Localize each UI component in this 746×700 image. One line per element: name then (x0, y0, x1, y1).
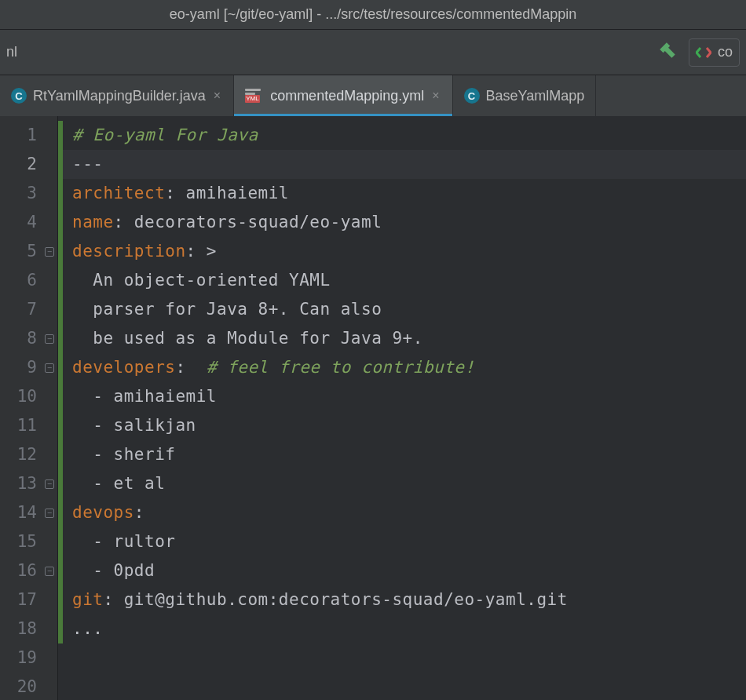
code-area[interactable]: # Eo-yaml For Java---architect: amihaiem… (58, 116, 746, 700)
code-token: - amihaiemil (72, 387, 217, 406)
code-token: : decorators-squad/eo-yaml (114, 213, 382, 232)
fold-toggle-icon[interactable]: − (45, 567, 54, 576)
fold-toggle-icon[interactable]: − (45, 334, 54, 344)
close-icon[interactable]: × (430, 89, 441, 103)
code-token: - rultor (72, 532, 175, 551)
code-token: : (134, 503, 144, 522)
code-line[interactable]: description: > (72, 237, 746, 266)
code-token: description (72, 242, 186, 261)
code-token: : > (186, 242, 217, 261)
code-line[interactable]: git: git@github.com:decorators-squad/eo-… (72, 585, 746, 614)
gutter-line-number[interactable]: 17 (0, 585, 57, 614)
code-token: An object-oriented YAML (72, 271, 331, 290)
gutter-line-number[interactable]: 5− (0, 237, 57, 266)
code-line[interactable]: An object-oriented YAML (72, 266, 746, 295)
code-line[interactable]: - salikjan (72, 411, 746, 440)
gutter-line-number[interactable]: 12 (0, 440, 57, 469)
code-line[interactable] (72, 643, 746, 673)
editor-tabs: CRtYamlMappingBuilder.java×YMLcommentedM… (0, 75, 746, 116)
tab-label: commentedMapping.yml (270, 88, 424, 104)
gutter-line-number[interactable]: 9− (0, 353, 57, 382)
build-button[interactable] (657, 40, 678, 64)
nav-bar: nl co (0, 30, 746, 75)
java-class-icon: C (11, 88, 27, 104)
gutter-line-number[interactable]: 6 (0, 266, 57, 295)
code-token: - 0pdd (72, 561, 155, 580)
gutter-line-number[interactable]: 10 (0, 382, 57, 411)
code-token: be used as a Module for Java 9+. (72, 329, 423, 348)
breadcrumb[interactable]: nl (6, 44, 17, 60)
code-line[interactable] (72, 673, 746, 700)
editor-gutter[interactable]: 12345−678−9−10111213−14−1516−1718192021 (0, 116, 58, 700)
gutter-line-number[interactable]: 7 (0, 295, 57, 324)
run-config-label: co (718, 44, 733, 60)
run-config-dropdown[interactable]: co (689, 38, 740, 67)
window-title: eo-yaml [~/git/eo-yaml] - .../src/test/r… (170, 6, 577, 23)
code-token: - sherif (72, 445, 175, 464)
yml-file-icon: YML (245, 89, 264, 103)
code-token: --- (72, 155, 103, 173)
vcs-change-marker (58, 121, 63, 643)
code-line[interactable]: - rultor (72, 527, 746, 556)
close-icon[interactable]: × (212, 89, 222, 103)
fold-toggle-icon[interactable]: − (45, 247, 54, 257)
fold-toggle-icon[interactable]: − (45, 509, 54, 518)
code-token: # feel free to contribute! (207, 358, 475, 377)
fold-toggle-icon[interactable]: − (45, 363, 54, 373)
gutter-line-number[interactable]: 15 (0, 527, 57, 556)
arrows-icon (696, 45, 711, 60)
code-token: : amihaiemil (165, 184, 289, 202)
code-line[interactable]: - sherif (72, 440, 746, 469)
gutter-line-number[interactable]: 16− (0, 556, 57, 585)
gutter-line-number[interactable]: 3 (0, 179, 57, 208)
gutter-line-number[interactable]: 19 (0, 643, 57, 673)
code-line[interactable]: - 0pdd (72, 556, 746, 585)
code-token: name (72, 213, 114, 232)
code-line[interactable]: developers: # feel free to contribute! (72, 353, 746, 382)
gutter-line-number[interactable]: 14− (0, 498, 57, 527)
gutter-line-number[interactable]: 4 (0, 208, 57, 237)
code-token: # Eo-yaml For Java (72, 126, 258, 144)
editor-tab[interactable]: CRtYamlMappingBuilder.java× (0, 75, 234, 116)
code-token: : git@github.com:decorators-squad/eo-yam… (103, 590, 567, 609)
gutter-line-number[interactable]: 18 (0, 614, 57, 643)
code-token: : (175, 358, 206, 377)
gutter-line-number[interactable]: 8− (0, 324, 57, 353)
code-token: architect (72, 184, 165, 202)
gutter-line-number[interactable]: 2 (0, 150, 57, 179)
code-content[interactable]: # Eo-yaml For Java---architect: amihaiem… (72, 121, 746, 700)
code-token: - salikjan (72, 416, 196, 435)
code-line[interactable]: ... (72, 614, 746, 643)
code-token: git (72, 590, 103, 609)
tab-label: RtYamlMappingBuilder.java (33, 88, 206, 104)
editor-tab[interactable]: YMLcommentedMapping.yml× (234, 75, 452, 116)
toolbar-right: co (657, 38, 740, 67)
gutter-line-number[interactable]: 13− (0, 469, 57, 498)
java-class-icon: C (464, 88, 480, 104)
code-token: devops (72, 503, 134, 522)
code-line[interactable]: devops: (72, 498, 746, 527)
code-line[interactable]: # Eo-yaml For Java (72, 121, 746, 150)
gutter-line-number[interactable]: 20 (0, 673, 57, 700)
gutter-line-number[interactable]: 11 (0, 411, 57, 440)
code-line[interactable]: - amihaiemil (72, 382, 746, 411)
code-token: developers (72, 358, 175, 377)
hammer-icon (657, 40, 678, 60)
code-line[interactable]: be used as a Module for Java 9+. (72, 324, 746, 353)
code-line[interactable]: parser for Java 8+. Can also (72, 295, 746, 324)
code-token: - et al (72, 474, 165, 493)
code-line[interactable]: --- (58, 150, 746, 179)
editor-area: 12345−678−9−10111213−14−1516−1718192021 … (0, 116, 746, 700)
code-line[interactable]: name: decorators-squad/eo-yaml (72, 208, 746, 237)
code-line[interactable]: - et al (72, 469, 746, 498)
editor-tab[interactable]: CBaseYamlMapp (453, 75, 597, 116)
title-bar: eo-yaml [~/git/eo-yaml] - .../src/test/r… (0, 0, 746, 30)
tab-label: BaseYamlMapp (486, 88, 585, 104)
code-token: parser for Java 8+. Can also (72, 300, 382, 319)
breadcrumb-tail: nl (6, 44, 17, 60)
fold-toggle-icon[interactable]: − (45, 479, 54, 489)
code-line[interactable]: architect: amihaiemil (72, 179, 746, 208)
gutter-line-number[interactable]: 1 (0, 121, 57, 150)
code-token: ... (72, 619, 103, 638)
